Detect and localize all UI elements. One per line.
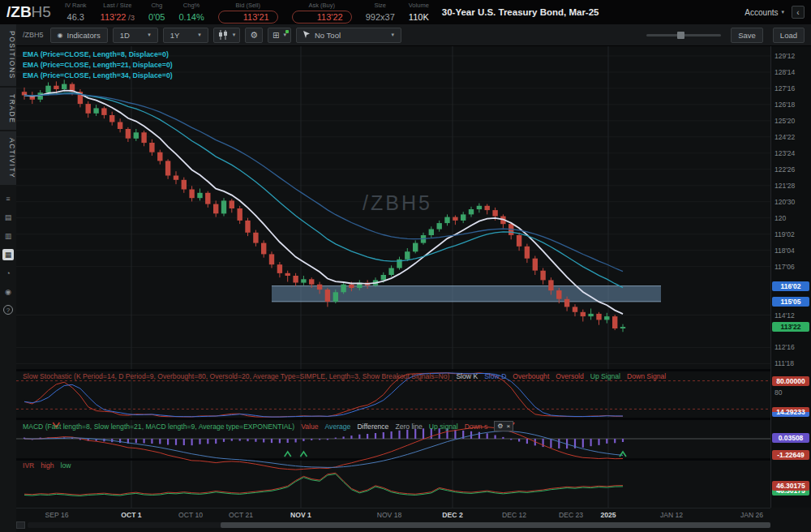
save-label: Save	[738, 31, 756, 40]
price-axis-label: 120'30	[775, 198, 795, 206]
indicators-button[interactable]: ◉ Indicators	[50, 28, 108, 43]
candle-body	[157, 152, 162, 161]
candle-body	[564, 299, 569, 307]
macd-up-signal-label: Up signal	[429, 423, 458, 431]
zoom-slider-thumb[interactable]	[677, 32, 684, 39]
drawing-tool-select[interactable]: No Tool ▾	[296, 28, 401, 43]
date-axis-label: OCT 1	[113, 511, 150, 519]
price-axis[interactable]: 129'12128'14127'16126'18125'20124'22123'…	[770, 46, 811, 508]
history-icon[interactable]: ◔	[2, 268, 14, 279]
candle-body	[86, 104, 91, 114]
field-label: Last / Size	[101, 2, 135, 9]
chart-type-button[interactable]: ▾	[213, 28, 241, 43]
cursor-icon	[303, 31, 311, 39]
price-axis-label: 120	[775, 214, 786, 222]
field-value[interactable]: 113'22	[292, 11, 352, 24]
range-select[interactable]: 1Y ▾	[163, 28, 208, 43]
price-axis-label: 118'04	[775, 247, 795, 255]
axis-badge: 46.30175	[772, 481, 809, 491]
bar-chart-icon[interactable]: ▤	[2, 212, 14, 223]
drawing-tool-value: No Tool	[315, 31, 341, 40]
horizontal-scrollbar[interactable]	[28, 522, 770, 528]
date-axis[interactable]: SEP 16OCT 1OCT 10OCT 21NOV 1NOV 18DEC 2D…	[16, 508, 770, 521]
up-signal-arrow	[300, 452, 307, 457]
quote-field-chg%: Chg%0.14%	[178, 2, 204, 24]
candle-body	[309, 279, 314, 284]
chart-settings-button[interactable]: ⚙	[245, 28, 263, 43]
top-quote-bar: /ZBH5 IV Rank46.3Last / Size113'22 /3Chg…	[0, 0, 811, 24]
load-label: Load	[780, 31, 797, 40]
candle-body	[62, 84, 67, 89]
collapse-panel-button[interactable]: ‹	[792, 6, 805, 19]
layout-icon[interactable]: ▥	[2, 230, 14, 242]
chevron-down-icon: ▾	[233, 32, 236, 38]
candle-body	[93, 108, 98, 113]
price-axis-label: 127'16	[775, 84, 795, 92]
gear-icon: ⚙	[250, 30, 258, 41]
macd-value-label: Value	[301, 423, 318, 431]
ema-label: EMA (Price=CLOSE, Length=34, Displace=0)	[23, 71, 173, 80]
field-value: 46.3	[67, 12, 84, 22]
chart-plot: /ZBH5	[16, 46, 770, 508]
symbol-root: /ZB	[6, 3, 32, 20]
indicators-label: Indicators	[67, 31, 101, 40]
candle-body	[612, 316, 617, 328]
price-axis-label: 111'18	[775, 359, 794, 367]
candle-body	[405, 251, 410, 260]
field-label: Bid (Sell)	[218, 2, 278, 9]
sidebar-tab-activity[interactable]: ACTIVITY	[0, 131, 16, 185]
price-axis-label: 123'24	[775, 149, 795, 157]
accounts-button[interactable]: Accounts ▾	[744, 8, 784, 17]
layout-button[interactable]: ⊞ ▾	[268, 28, 291, 43]
help-icon[interactable]: ?	[3, 305, 13, 315]
active-chart-icon[interactable]: ▦	[2, 249, 14, 260]
axis-badge: 14.29233	[772, 407, 809, 417]
candle-body	[109, 115, 114, 122]
axis-badge: 0.03508	[772, 433, 809, 443]
field-label: Volume	[409, 2, 429, 9]
sidebar-tab-positions[interactable]: POSITIONS	[0, 24, 16, 86]
scrollbar-thumb[interactable]	[221, 522, 770, 528]
save-button[interactable]: Save	[731, 28, 763, 43]
ivr-title: IVR	[23, 461, 34, 470]
candle-body	[238, 208, 242, 221]
macd-zeroline-label: Zero line	[395, 423, 422, 431]
date-axis-label: DEC 2	[434, 511, 471, 519]
sidebar-tab-trade[interactable]: TRADE	[0, 88, 16, 130]
ema-label: EMA (Price=CLOSE, Length=21, Displace=0)	[23, 61, 173, 70]
macd-params: MACD (Fast length=8, Slow length=21, MAC…	[23, 423, 294, 431]
date-axis-label: NOV 18	[371, 511, 408, 519]
zoom-slider[interactable]	[646, 34, 721, 36]
macd-legend: MACD (Fast length=8, Slow length=21, MAC…	[23, 421, 513, 431]
candle-body	[620, 327, 625, 328]
axis-badge: 116'02	[772, 281, 809, 291]
candle-body	[381, 275, 386, 280]
quote-field-ask-buy-[interactable]: Ask (Buy)113'22	[292, 2, 352, 24]
gear-icon[interactable]: ⚙	[497, 423, 503, 430]
candle-body	[189, 190, 194, 199]
watchlist-icon[interactable]: ≡	[2, 193, 14, 204]
chart-canvas[interactable]: /ZBH5	[16, 46, 770, 508]
field-value: 0'05	[148, 12, 165, 22]
date-axis-label: NOV 1	[282, 511, 320, 519]
quote-field-volume: Volume110K	[409, 2, 429, 24]
candlestick-icon	[218, 30, 229, 40]
close-icon[interactable]: ×	[506, 423, 510, 430]
load-button[interactable]: Load	[773, 28, 805, 43]
timeframe-select[interactable]: 1D ▾	[113, 28, 158, 43]
candle-body	[477, 206, 482, 209]
accounts-label: Accounts	[744, 8, 778, 17]
candle-body	[165, 161, 170, 175]
field-value[interactable]: 113'21	[218, 11, 278, 24]
candle-body	[429, 230, 434, 236]
candle-body	[349, 285, 354, 288]
chevron-down-icon: ▾	[198, 32, 201, 38]
candle-body	[556, 290, 561, 299]
stochastic-params: Slow Stochastic (K Period=14, D Period=9…	[23, 372, 449, 380]
topbar-right: Accounts ▾ ‹	[744, 6, 805, 19]
candle-body	[126, 129, 131, 139]
slow-d-label: Slow D	[484, 372, 506, 380]
accounts-icon[interactable]: ◉	[2, 286, 14, 298]
price-axis-label: 122'26	[775, 165, 795, 174]
quote-field-bid-sell-[interactable]: Bid (Sell)113'21	[218, 2, 278, 24]
